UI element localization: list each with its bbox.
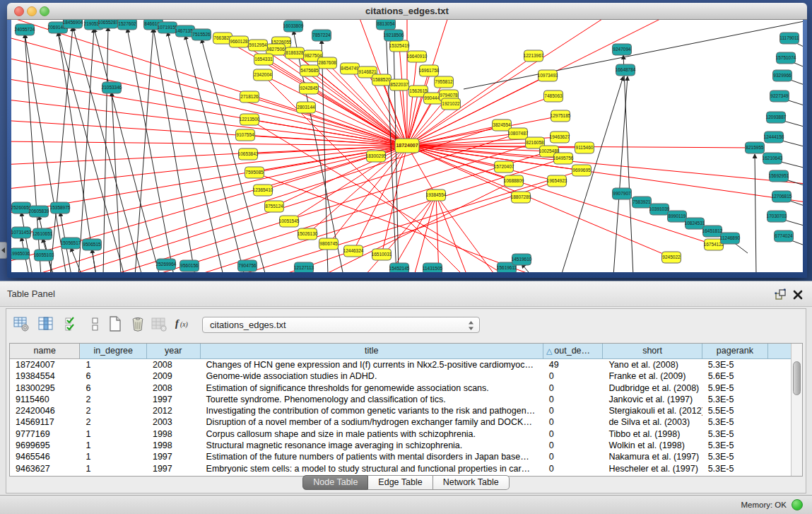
network-node[interactable]: 10051545 xyxy=(279,216,300,227)
network-node[interactable]: 11179011 xyxy=(779,33,799,44)
network-node[interactable]: 9660128 xyxy=(230,36,249,47)
table-row[interactable]: 911546021997Tourette syndrome. Phenomeno… xyxy=(10,394,792,405)
network-node[interactable]: 9245022 xyxy=(662,252,681,263)
cell-title[interactable]: Genome-wide association studies in ADHD. xyxy=(201,370,543,382)
network-node[interactable]: 15026130 xyxy=(298,228,318,240)
network-node[interactable]: 18807289 xyxy=(511,192,531,203)
network-node[interactable]: 16961758 xyxy=(419,65,440,76)
cell-title[interactable]: Tourette syndrome. Phenomenology and cla… xyxy=(201,394,543,405)
cell-pagerank[interactable]: 5.3E-5 xyxy=(702,416,769,428)
cell-filler[interactable] xyxy=(768,416,792,428)
network-node[interactable]: 9227349 xyxy=(770,90,789,102)
cell-pagerank[interactable]: 5.3E-5 xyxy=(702,394,769,405)
network-node[interactable]: 14519610 xyxy=(512,254,532,265)
network-node[interactable]: 6774024 xyxy=(775,230,794,242)
network-node[interactable]: 7857224 xyxy=(312,30,331,41)
float-window-icon[interactable] xyxy=(774,288,787,300)
clear-selection-icon[interactable] xyxy=(86,315,105,334)
network-node[interactable]: 15720407 xyxy=(494,161,514,173)
network-node[interactable]: 12093887 xyxy=(766,112,787,123)
network-node[interactable]: 5912954 xyxy=(249,40,268,51)
table-row[interactable]: 946554611997Estimation of the future num… xyxy=(10,451,792,462)
network-node[interactable]: 19384554 xyxy=(426,189,447,201)
cell-out_degree[interactable]: 49 xyxy=(543,359,604,370)
network-node[interactable]: 7904756 xyxy=(238,260,257,271)
network-node[interactable]: 1527602 xyxy=(118,20,137,30)
network-node[interactable]: 15325419 xyxy=(389,40,410,52)
network-node[interactable]: 12213967 xyxy=(524,50,544,62)
cell-pagerank[interactable]: 5.3E-5 xyxy=(702,428,769,440)
cell-pagerank[interactable]: 5.3E-5 xyxy=(702,359,769,370)
network-node[interactable]: 17030703 xyxy=(767,211,787,222)
network-node[interactable]: 7955812 xyxy=(435,76,454,88)
cell-name[interactable]: 22420046 xyxy=(10,405,80,416)
cell-title[interactable]: Investigating the contribution of common… xyxy=(201,405,543,416)
cell-name[interactable]: 9115460 xyxy=(10,394,80,405)
vertical-scrollbar[interactable] xyxy=(791,344,802,476)
cell-title[interactable]: Changes of HCN gene expression and I(f) … xyxy=(201,359,543,370)
column-header-short[interactable]: short xyxy=(603,344,702,359)
cell-year[interactable]: 1997 xyxy=(147,451,201,462)
network-node[interactable]: 12213500 xyxy=(240,114,260,125)
network-node[interactable]: 12127113 xyxy=(294,262,314,272)
cell-short[interactable]: Franke et al. (2009) xyxy=(603,370,702,382)
cell-in_degree[interactable]: 1 xyxy=(80,359,147,370)
network-node[interactable]: 24055724 xyxy=(15,24,35,35)
cell-year[interactable]: 2008 xyxy=(147,382,201,394)
cell-out_degree[interactable]: 0 xyxy=(543,394,604,405)
cell-short[interactable]: Jankovic et al. (1997) xyxy=(603,394,702,405)
table-row[interactable]: 1456911722003Disruption of a novel membe… xyxy=(10,416,792,428)
table-row[interactable]: 1830029562008Estimation of significance … xyxy=(10,382,792,394)
network-node[interactable]: 8186328 xyxy=(286,47,305,59)
cell-short[interactable]: Dudbridge et al. (2008) xyxy=(603,382,702,394)
cell-out_degree[interactable]: 0 xyxy=(543,370,604,382)
tab-node-table[interactable]: Node Table xyxy=(302,475,368,490)
cell-filler[interactable] xyxy=(768,440,792,451)
table-row[interactable]: 969969511998Structural magnetic resonanc… xyxy=(10,440,792,451)
network-node[interactable]: 9560156 xyxy=(180,260,199,271)
function-builder-icon[interactable]: f (x) xyxy=(173,315,192,334)
network-node[interactable]: 12706815 xyxy=(772,191,792,202)
network-node[interactable]: 9107554 xyxy=(236,129,255,141)
close-icon[interactable] xyxy=(792,288,804,300)
table-row[interactable]: 2242004622012Investigating the contribut… xyxy=(10,405,792,416)
scrollbar-thumb[interactable] xyxy=(793,361,801,395)
window-titlebar[interactable]: citations_edges.txt xyxy=(7,3,807,20)
cell-out_degree[interactable]: 0 xyxy=(543,451,604,462)
import-table-icon[interactable] xyxy=(149,315,168,334)
network-node[interactable]: 1921022 xyxy=(442,98,461,110)
cell-name[interactable]: 9777169 xyxy=(10,428,80,440)
cell-in_degree[interactable]: 1 xyxy=(80,451,147,462)
cell-in_degree[interactable]: 1 xyxy=(80,428,147,440)
network-node[interactable]: 8990119 xyxy=(668,211,687,222)
network-node[interactable]: 12446324 xyxy=(343,245,364,257)
network-node[interactable]: 21053346 xyxy=(102,82,122,93)
network-node[interactable]: 16648784 xyxy=(616,64,636,76)
cell-filler[interactable] xyxy=(768,428,792,440)
network-node[interactable]: 19463627 xyxy=(550,132,570,143)
cell-in_degree[interactable]: 1 xyxy=(80,440,147,451)
network-node[interactable]: 10655287 xyxy=(98,20,119,28)
cell-short[interactable]: Nakamura et al. (1997) xyxy=(603,451,702,462)
network-node[interactable]: 2803144 xyxy=(297,102,316,113)
network-node[interactable]: 16495756 xyxy=(553,153,574,164)
cell-in_degree[interactable]: 2 xyxy=(80,416,147,428)
cell-out_degree[interactable]: 0 xyxy=(543,382,604,394)
network-node[interactable]: 10391039 xyxy=(649,204,670,215)
tab-network-table[interactable]: Network Table xyxy=(433,475,510,490)
network-node[interactable]: 11246890 xyxy=(720,233,741,244)
network-node[interactable]: 15056517 xyxy=(61,238,81,249)
network-node[interactable]: 7515526 xyxy=(192,29,211,40)
network-node[interactable]: 16033809 xyxy=(283,21,304,32)
cell-in_degree[interactable]: 6 xyxy=(80,382,147,394)
cell-out_degree[interactable]: 0 xyxy=(543,428,604,440)
network-node[interactable]: 10688809 xyxy=(504,175,524,187)
cell-year[interactable]: 2008 xyxy=(147,359,201,370)
memory-status-icon[interactable] xyxy=(792,499,803,510)
network-node[interactable]: 2718126 xyxy=(240,91,259,103)
cell-name[interactable]: 19384554 xyxy=(10,370,80,382)
network-node[interactable]: 10824531 xyxy=(685,218,705,229)
cell-filler[interactable] xyxy=(768,405,792,416)
cell-in_degree[interactable]: 2 xyxy=(80,394,147,405)
cell-title[interactable]: Structural magnetic resonance image aver… xyxy=(201,440,543,451)
